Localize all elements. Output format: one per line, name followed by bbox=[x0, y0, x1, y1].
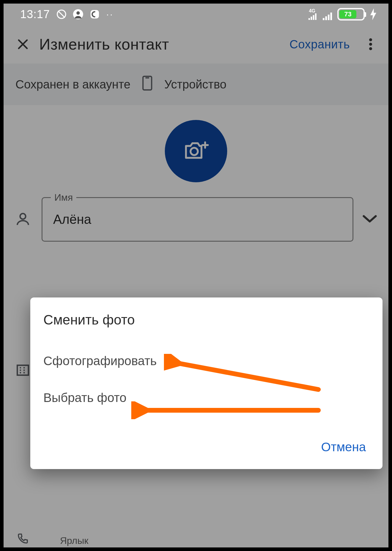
saved-in-label: Сохранен в аккаунте bbox=[15, 78, 130, 91]
status-clock: 13:17 bbox=[20, 8, 50, 21]
storage-location-value: Устройство bbox=[164, 78, 226, 91]
dialog-cancel-button[interactable]: Отмена bbox=[317, 434, 369, 460]
app-badge-icon bbox=[90, 9, 100, 19]
status-bar-left: 13:17 ·· bbox=[20, 8, 114, 21]
page-title: Изменить контакт bbox=[39, 35, 290, 53]
svg-point-2 bbox=[76, 11, 80, 15]
name-field-row: Имя Алёна bbox=[4, 197, 388, 242]
person-icon bbox=[15, 211, 33, 227]
app-bar: Изменить контакт Сохранить bbox=[4, 25, 388, 64]
status-bar: 13:17 ·· 4G 73 bbox=[4, 4, 388, 25]
name-input[interactable]: Имя Алёна bbox=[42, 197, 353, 242]
option-take-photo[interactable]: Сфотографировать bbox=[43, 346, 369, 376]
contact-photo-area bbox=[4, 105, 388, 197]
status-bar-right: 4G 73 bbox=[308, 8, 377, 20]
close-button[interactable] bbox=[12, 34, 33, 55]
svg-point-9 bbox=[191, 148, 198, 155]
option-choose-photo[interactable]: Выбрать фото bbox=[43, 382, 369, 413]
more-options-button[interactable] bbox=[362, 35, 380, 53]
phone-icon bbox=[15, 533, 30, 546]
dialog-actions: Отмена bbox=[43, 434, 369, 460]
add-photo-button[interactable] bbox=[165, 120, 227, 182]
expand-name-button[interactable] bbox=[362, 214, 380, 225]
name-field-label: Имя bbox=[51, 192, 76, 203]
do-not-disturb-icon bbox=[56, 9, 67, 19]
add-photo-icon bbox=[183, 140, 209, 163]
svg-point-10 bbox=[20, 213, 26, 219]
secondary-field-label-partial: Ярлык bbox=[60, 535, 88, 546]
account-icon bbox=[73, 9, 83, 19]
more-notifications-icon: ·· bbox=[106, 9, 114, 19]
charging-icon bbox=[370, 8, 377, 20]
signal-4g-icon: 4G bbox=[308, 9, 317, 20]
svg-point-6 bbox=[369, 47, 372, 50]
signal-icon bbox=[322, 12, 332, 20]
network-type-label: 4G bbox=[309, 9, 315, 13]
battery-indicator: 73 bbox=[337, 8, 365, 20]
storage-location-bar[interactable]: Сохранен в аккаунте Устройство bbox=[4, 64, 388, 105]
dialog-title: Сменить фото bbox=[43, 312, 369, 328]
save-button[interactable]: Сохранить bbox=[290, 38, 350, 51]
svg-point-5 bbox=[369, 43, 372, 46]
name-field-value: Алёна bbox=[53, 212, 91, 227]
battery-percent-label: 73 bbox=[339, 10, 356, 18]
device-icon bbox=[142, 76, 152, 93]
svg-point-4 bbox=[369, 38, 372, 41]
svg-rect-11 bbox=[17, 365, 29, 375]
phone-screenshot-frame: 13:17 ·· 4G 73 bbox=[0, 0, 392, 551]
change-photo-dialog: Сменить фото Сфотографировать Выбрать фо… bbox=[30, 297, 382, 469]
